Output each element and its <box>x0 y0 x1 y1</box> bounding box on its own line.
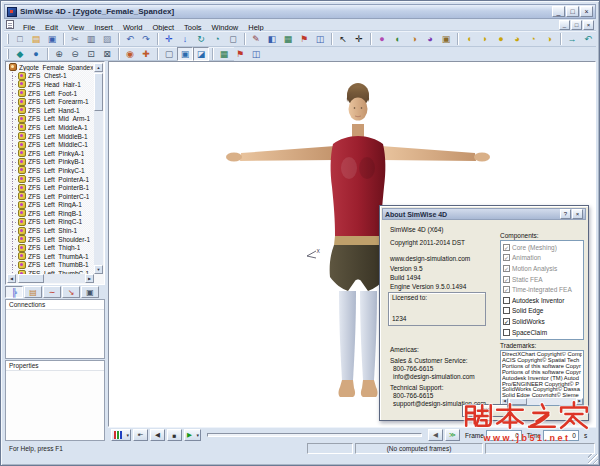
tree-item[interactable]: ZFS_Left_PointerA-1 <box>7 175 94 184</box>
scrollbar-thumb[interactable] <box>94 73 103 111</box>
scroll-right-icon[interactable]: ▶ <box>85 274 94 283</box>
time-field[interactable]: 0 <box>543 430 579 441</box>
view-toolbar-button-zoom-in[interactable]: ⊕ <box>51 47 67 61</box>
toolbar-button-joint-rigid[interactable]: ◕ <box>422 32 438 46</box>
tree-item[interactable]: ZFS_Left_Shoulder-1 <box>7 235 94 244</box>
playback-button-reverse[interactable]: ◀ <box>428 429 443 441</box>
view-toolbar-button-flag-view[interactable]: ⚑ <box>232 47 248 61</box>
tree-item[interactable]: ZFS_Left_MiddleB-1 <box>7 132 94 141</box>
child-minimize-icon[interactable]: _ <box>559 20 570 30</box>
tree-item[interactable]: ZFS_Left_PinkyC-1 <box>7 166 94 175</box>
tree-item[interactable]: ZFS_Left_RingA-1 <box>7 201 94 210</box>
toolbar-button-rotate[interactable]: ↻ <box>193 32 209 46</box>
toolbar-button-flag[interactable]: ⚑ <box>296 32 312 46</box>
scroll-up-icon[interactable]: ▲ <box>94 63 103 72</box>
close-icon[interactable]: × <box>580 6 593 17</box>
view-toolbar-button-view-iso[interactable]: ✚ <box>138 47 154 61</box>
component-row[interactable]: Autodesk Inventor <box>502 295 582 306</box>
toolbar-button-spring[interactable]: Z <box>596 32 600 46</box>
toolbar-button-sketch[interactable]: ✎ <box>248 32 264 46</box>
toolbar-button-layers[interactable]: ◫ <box>312 32 328 46</box>
playback-button-run[interactable]: ▶ <box>184 429 201 441</box>
timeline-slider[interactable] <box>207 433 422 437</box>
toolbar-button-force[interactable]: → <box>564 32 580 46</box>
sidebar-tab-plot[interactable]: ↘ <box>62 286 80 298</box>
toolbar-button-select[interactable]: ↖ <box>335 32 351 46</box>
view-toolbar-button-zoom-window[interactable]: ⊡ <box>83 47 99 61</box>
checkbox-icon[interactable] <box>503 265 510 272</box>
tree-horizontal-scrollbar[interactable]: ◀ ▶ <box>7 274 94 283</box>
toolbar-button-drop[interactable]: ↓ <box>177 32 193 46</box>
toolbar-button-constraint-1[interactable]: ◖ <box>461 32 477 46</box>
toolbar-button-constraint-2[interactable]: ◗ <box>477 32 493 46</box>
view-toolbar-button-zoom-out[interactable]: ⊖ <box>67 47 83 61</box>
trademarks-horizontal-scrollbar[interactable]: ◀ ▶ <box>501 398 583 405</box>
toolbar-button-torque[interactable]: ↶ <box>580 32 596 46</box>
toolbar-button-paste[interactable]: ▨ <box>99 32 115 46</box>
checkbox-icon[interactable] <box>503 297 510 304</box>
toolbar-button-part[interactable]: ◧ <box>264 32 280 46</box>
component-row[interactable]: SolidWorks <box>502 316 582 327</box>
dialog-close-icon[interactable]: × <box>572 209 583 219</box>
help-icon[interactable]: ? <box>560 209 571 219</box>
tree-item[interactable]: ZFS_Left_PointerB-1 <box>7 183 94 192</box>
sidebar-tab-report[interactable]: ▣ <box>81 286 99 298</box>
toolbar-button-open[interactable]: ▤ <box>28 32 44 46</box>
dialog-title-bar[interactable]: About SimWise 4D ? × <box>382 208 586 220</box>
toolbar-button-new[interactable]: □ <box>12 32 28 46</box>
component-row[interactable]: Time-integrated FEA <box>502 284 582 295</box>
tree-item[interactable]: ZFS_Head_Hair-1 <box>7 80 94 89</box>
checkbox-icon[interactable] <box>503 307 510 314</box>
view-toolbar-button-grid[interactable]: ▦ <box>216 47 232 61</box>
minimize-icon[interactable]: _ <box>552 6 565 17</box>
tree-item[interactable]: ZFS_Left_RingC-1 <box>7 218 94 227</box>
playback-button-to-start[interactable]: ⇤ <box>133 429 148 441</box>
tree-item[interactable]: ZFS_Left_MiddleC-1 <box>7 140 94 149</box>
toolbar-button-joint-prismatic[interactable]: ◑ <box>406 32 422 46</box>
tree-item[interactable]: ZFS_Chest-1 <box>7 72 94 81</box>
view-toolbar-button-view-front[interactable]: ◉ <box>122 47 138 61</box>
toolbar-button-cut[interactable]: ✂ <box>67 32 83 46</box>
toolbar-grip[interactable] <box>7 34 9 44</box>
toolbar-button-constraint-4[interactable]: ◕ <box>509 32 525 46</box>
toolbar-grip[interactable] <box>7 49 9 59</box>
component-row[interactable]: Animation <box>502 253 582 264</box>
tree-item[interactable]: ZFS_Left_ThumbB-1 <box>7 261 94 270</box>
tree-item[interactable]: ZFS_Left_RingB-1 <box>7 209 94 218</box>
tree-item[interactable]: ZFS_Left_PinkyA-1 <box>7 149 94 158</box>
tree-item[interactable]: ZFS_Left_Mid_Arm-1 <box>7 115 94 124</box>
toolbar-button-joint-spherical[interactable]: ◐ <box>390 32 406 46</box>
playback-button-fast-forward[interactable]: ≫ <box>445 429 460 441</box>
checkbox-icon[interactable] <box>503 286 510 293</box>
scroll-down-icon[interactable]: ▼ <box>94 265 103 274</box>
tree-item[interactable]: ZFS_Left_MiddleA-1 <box>7 123 94 132</box>
sidebar-tab-curve[interactable]: ∼ <box>43 286 61 298</box>
view-toolbar-button-shaded[interactable]: ▣ <box>177 47 193 61</box>
checkbox-icon[interactable] <box>503 318 510 325</box>
tree-item[interactable]: ZFS_Left_Forearm-1 <box>7 97 94 106</box>
view-toolbar-button-panels[interactable]: ◫ <box>248 47 264 61</box>
ok-button[interactable]: OK <box>462 404 508 417</box>
playback-button-meters[interactable] <box>111 429 131 441</box>
scrollbar-thumb[interactable] <box>509 398 527 405</box>
checkbox-icon[interactable] <box>503 244 510 251</box>
playback-button-step-back[interactable]: ◀ <box>150 429 165 441</box>
tree-item[interactable]: ZFS_Left_PointerC-1 <box>7 192 94 201</box>
toolbar-button-undo[interactable]: ↶ <box>122 32 138 46</box>
toolbar-button-mesh[interactable]: ▦ <box>280 32 296 46</box>
playback-button-stop[interactable]: ■ <box>167 429 182 441</box>
tree-item[interactable]: ZFS_Left_Foot-1 <box>7 89 94 98</box>
tree-item[interactable]: ZFS_Left_Thigh-1 <box>7 243 94 252</box>
toolbar-button-constraint-6[interactable]: ◑ <box>541 32 557 46</box>
tree-item[interactable]: ZFS_Left_ThumbA-1 <box>7 252 94 261</box>
checkbox-icon[interactable] <box>503 329 510 336</box>
tree-item[interactable]: ZFS_Left_PinkyB-1 <box>7 158 94 167</box>
component-row[interactable]: Solid Edge <box>502 306 582 317</box>
view-toolbar-button-pan[interactable]: ◆ <box>12 47 28 61</box>
scroll-left-icon[interactable]: ◀ <box>7 274 16 283</box>
document-icon[interactable] <box>6 20 14 29</box>
child-restore-icon[interactable]: □ <box>571 20 582 30</box>
view-toolbar-button-shadows[interactable]: ◪ <box>193 47 209 61</box>
view-toolbar-button-zoom-extents[interactable]: ⊠ <box>99 47 115 61</box>
toolbar-button-frame-select[interactable]: ◻ <box>225 32 241 46</box>
